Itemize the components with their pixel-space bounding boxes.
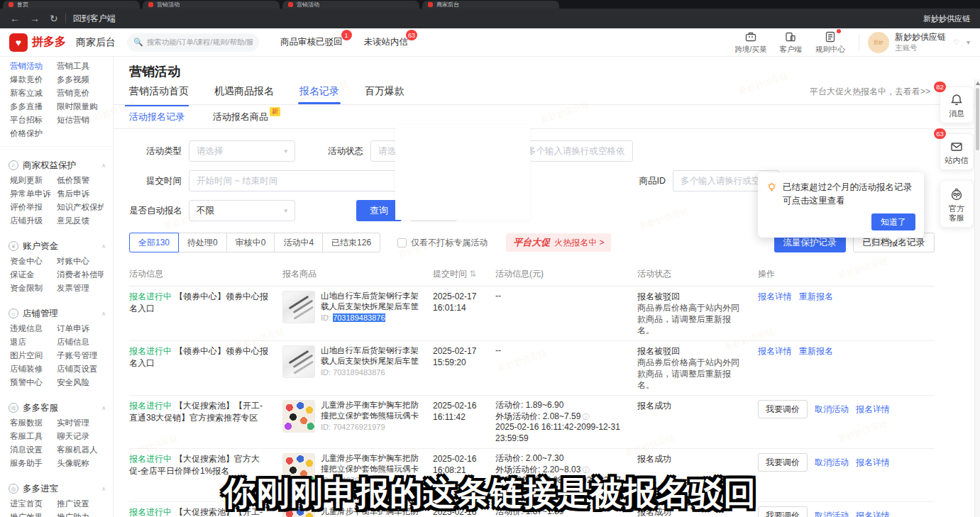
collapse-icon[interactable]: ∧: [101, 162, 106, 169]
sidebar-item[interactable]: 营销工具: [57, 61, 104, 72]
operation-link[interactable]: 重新报名: [799, 291, 833, 303]
search-input[interactable]: 🔍 搜索功能/订单/课程/规则/帮助/服务: [127, 33, 259, 52]
sidebar-item[interactable]: 预警中心: [10, 377, 57, 388]
only-untagged-checkbox[interactable]: [397, 238, 407, 248]
operation-link[interactable]: 报名详情: [856, 404, 890, 416]
back-icon[interactable]: ←: [10, 13, 20, 23]
unread-mail-link[interactable]: 未读站内信63: [364, 36, 409, 48]
activity-type-select[interactable]: 请选择▾: [189, 140, 295, 162]
rules-center-entry[interactable]: 规则中心: [810, 30, 850, 55]
sidebar-item[interactable]: 客服工具: [10, 431, 57, 442]
browser-tab[interactable]: 商家后台: [422, 1, 559, 9]
messages-entry[interactable]: 82 消息: [940, 87, 974, 123]
refresh-icon[interactable]: ↻: [50, 13, 58, 23]
scrollbar-thumb[interactable]: [976, 88, 979, 150]
sidebar-item[interactable]: 头像昵称: [57, 458, 104, 469]
sidebar-item[interactable]: 营销竞价: [57, 88, 104, 99]
product-title[interactable]: 山地自行车后货架钢行李架载人后支架快拆尾架后车筐通用骑行装备: [321, 291, 422, 312]
tab-marketing-home[interactable]: 营销活动首页: [129, 85, 189, 104]
sidebar-item[interactable]: 违规信息: [10, 323, 57, 334]
sidebar-item[interactable]: 保证金: [10, 269, 57, 280]
status-chip[interactable]: 已结束126: [322, 233, 380, 252]
operation-link[interactable]: 重新报名: [799, 345, 833, 357]
sidebar-item[interactable]: 服务助手: [10, 458, 57, 469]
sidebar-item[interactable]: 评价举报: [10, 202, 57, 213]
sidebar-group-header[interactable]: ☏多多客服∧: [0, 399, 113, 416]
sidebar-item[interactable]: 子账号管理: [57, 350, 104, 361]
got-it-button[interactable]: 知道了: [871, 213, 915, 230]
sidebar-item[interactable]: 售后申诉: [57, 189, 104, 199]
browser-tab[interactable]: 营销活动: [282, 1, 419, 9]
sidebar-item[interactable]: 意见反馈: [57, 216, 104, 226]
operation-link[interactable]: 报名详情: [758, 345, 792, 357]
crossborder-entry[interactable]: 跨境/买菜: [731, 30, 771, 55]
status-chip[interactable]: 审核中0: [226, 233, 275, 252]
pinduoduo-logo-icon[interactable]: ♥: [9, 33, 28, 52]
thumb-icon[interactable]: ♡: [953, 38, 959, 46]
product-thumbnail[interactable]: [282, 291, 315, 323]
sidebar-item[interactable]: 店铺信息: [57, 337, 104, 348]
promo-banner-link[interactable]: 平台大促火热报名中，去看看>>: [810, 86, 930, 98]
chevron-down-icon[interactable]: ▾: [967, 38, 970, 46]
collapse-icon[interactable]: ∧: [101, 243, 106, 250]
product-id-value[interactable]: 704276921979: [333, 423, 385, 431]
sidebar-item[interactable]: 短信营销: [57, 115, 104, 126]
sidebar-item[interactable]: 店铺装修: [10, 364, 57, 374]
sidebar-group-header[interactable]: ✓商家权益保护∧: [0, 157, 113, 174]
product-id-value[interactable]: 703189483876: [333, 368, 385, 377]
subtab-activity-records[interactable]: 活动报名记录: [129, 105, 185, 128]
sidebar-item[interactable]: 知识产权保护: [57, 202, 104, 213]
operation-link[interactable]: 取消活动: [815, 457, 849, 469]
activity-id-input[interactable]: 多个输入请换行或空格依次输入: [519, 140, 633, 162]
sidebar-item[interactable]: 营销活动: [10, 61, 57, 72]
product-title[interactable]: 儿童滑步平衡车护胸车把防撞把立保护套饰熊猫玩偶卡通公仔把手装: [321, 400, 422, 421]
product-thumbnail[interactable]: [282, 400, 315, 433]
operation-link[interactable]: 报名详情: [856, 457, 890, 469]
sidebar-item[interactable]: 限时限量购: [57, 101, 104, 112]
sidebar-item[interactable]: 安全风险: [57, 377, 104, 388]
scroll-up-icon[interactable]: [976, 82, 980, 85]
subtab-activity-goods[interactable]: 活动报名商品新: [213, 105, 280, 128]
address-text[interactable]: 回到客户端: [73, 13, 116, 25]
sidebar-item[interactable]: 客服机器人: [57, 445, 104, 455]
browser-tab[interactable]: 营销活动: [143, 1, 280, 9]
sidebar-item[interactable]: 消息设置: [10, 445, 57, 455]
audit-rejected-link[interactable]: 商品审核已驳回1: [280, 36, 343, 48]
avatar[interactable]: 新妙: [868, 32, 889, 53]
account-info[interactable]: 新妙妙供应链 主账号: [895, 31, 946, 53]
info-icon[interactable]: ⓘ: [582, 413, 589, 421]
site-mail-entry[interactable]: 63 站内信: [940, 133, 974, 170]
adjust-price-button[interactable]: 我要调价: [758, 453, 808, 472]
adjust-price-button[interactable]: 我要调价: [758, 400, 808, 418]
client-app-entry[interactable]: 客户端: [771, 30, 810, 55]
sidebar-item[interactable]: 异常单申诉: [10, 189, 57, 199]
auto-signup-select[interactable]: 不限▾: [189, 200, 295, 221]
collapse-icon[interactable]: ∧: [101, 405, 106, 411]
status-chip[interactable]: 全部130: [129, 233, 179, 252]
sidebar-item[interactable]: 消费者补偿明细: [57, 269, 104, 280]
official-support-entry[interactable]: 官方 客服: [940, 180, 974, 228]
sidebar-item[interactable]: 发票管理: [57, 283, 104, 294]
sidebar-item[interactable]: 资金中心: [10, 256, 57, 267]
sidebar-group-header[interactable]: ⌂店铺管理∧: [0, 305, 113, 322]
tab-signup-records[interactable]: 报名记录: [299, 85, 339, 104]
product-id-value[interactable]: 703189483876: [333, 313, 385, 322]
sidebar-item[interactable]: 实时管理: [57, 418, 104, 428]
scrollbar[interactable]: [974, 79, 980, 517]
operation-link[interactable]: 取消活动: [815, 404, 849, 416]
sidebar-item[interactable]: 爆款竞价: [10, 74, 57, 85]
forward-icon[interactable]: →: [30, 13, 40, 23]
sidebar-item[interactable]: 店铺升级: [10, 216, 57, 226]
sidebar-item[interactable]: 对账中心: [57, 256, 104, 267]
sidebar-item[interactable]: 新客立减: [10, 88, 57, 99]
brand-name[interactable]: 拼多多: [32, 35, 66, 50]
status-chip[interactable]: 活动中4: [274, 233, 323, 252]
sidebar-item[interactable]: 资金限制: [10, 283, 57, 294]
sidebar-item[interactable]: 订单申诉: [57, 323, 104, 334]
operation-link[interactable]: 报名详情: [758, 291, 792, 303]
sidebar-item[interactable]: 平台招标: [10, 115, 57, 126]
sidebar-item[interactable]: 多多视频: [57, 74, 104, 85]
tab-million-hits[interactable]: 百万爆款: [365, 85, 404, 104]
collapse-icon[interactable]: ∧: [101, 311, 106, 317]
sidebar-item[interactable]: 图片空间: [10, 350, 57, 361]
